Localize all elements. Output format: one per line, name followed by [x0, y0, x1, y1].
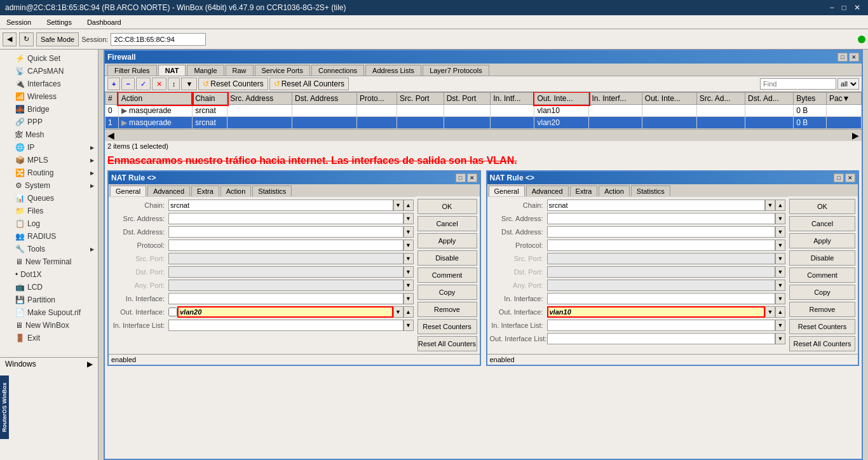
dst-port-dropdown-left[interactable]: ▼	[403, 266, 414, 278]
in-intf-dropdown-right[interactable]: ▼	[775, 293, 785, 304]
out-intf-checkbox-left[interactable]	[168, 306, 177, 318]
nat-left-reset-all-counters-btn[interactable]: Reset All Counters	[417, 336, 477, 351]
sidebar-item-exit[interactable]: 🚪 Exit	[0, 332, 98, 344]
menu-settings[interactable]: Settings	[43, 17, 76, 27]
chain-scroll-up-left[interactable]: ▲	[403, 200, 414, 211]
in-intf-list-dropdown-right[interactable]: ▼	[775, 320, 785, 331]
sidebar-item-mesh[interactable]: 🕸 Mesh	[0, 128, 98, 141]
tab-service-ports[interactable]: Service Ports	[255, 65, 310, 76]
src-addr-dropdown-left[interactable]: ▼	[403, 213, 414, 224]
nat-right-tab-statistics[interactable]: Statistics	[631, 186, 670, 196]
sidebar-item-capsman[interactable]: 📡 CAPsMAN	[0, 65, 98, 78]
nat-left-cancel-btn[interactable]: Cancel	[417, 216, 477, 231]
sidebar-item-new-terminal[interactable]: 🖥 New Terminal	[0, 255, 98, 268]
sidebar-item-ppp[interactable]: 🔗 PPP	[0, 116, 98, 128]
out-intf-input-right[interactable]	[547, 306, 766, 318]
any-port-input-left[interactable]	[168, 280, 403, 291]
nat-right-remove-btn[interactable]: Remove	[789, 302, 855, 317]
out-intf-list-dropdown-right[interactable]: ▼	[775, 333, 785, 344]
dst-port-input-right[interactable]	[547, 266, 776, 278]
sidebar-item-queues[interactable]: 📊 Queues	[0, 192, 98, 205]
menu-session[interactable]: Session	[3, 17, 35, 27]
sidebar-item-interfaces[interactable]: 🔌 Interfaces	[0, 78, 98, 90]
close-button[interactable]: ✕	[851, 3, 863, 12]
minimize-button[interactable]: −	[827, 3, 837, 12]
table-row[interactable]: 0 ▶ masquerade srcnat vlan10	[105, 105, 862, 117]
menu-dashboard[interactable]: Dashboard	[83, 17, 125, 27]
tab-mangle[interactable]: Mangle	[187, 65, 224, 76]
tab-layer7[interactable]: Layer7 Protocols	[423, 65, 489, 76]
sidebar-item-lcd[interactable]: 📺 LCD	[0, 281, 98, 294]
any-port-dropdown-left[interactable]: ▼	[403, 280, 414, 291]
src-port-dropdown-left[interactable]: ▼	[403, 253, 414, 264]
src-addr-input-right[interactable]	[547, 213, 776, 224]
sidebar-item-quick-set[interactable]: ⚡ Quick Set	[0, 52, 98, 65]
nat-left-maximize[interactable]: □	[456, 173, 466, 182]
sidebar-item-make-supout[interactable]: 📄 Make Supout.rif	[0, 306, 98, 319]
nat-right-reset-counters-btn[interactable]: Reset Counters	[789, 319, 855, 334]
dst-port-input-left[interactable]	[168, 266, 403, 278]
out-intf-dropdown-left[interactable]: ▼	[393, 306, 403, 318]
nat-right-tab-advanced[interactable]: Advanced	[526, 186, 569, 196]
find-select[interactable]: all	[837, 78, 859, 90]
chain-dropdown-left[interactable]: ▼	[393, 200, 403, 211]
out-intf-dropdown-right[interactable]: ▼	[765, 306, 775, 318]
fw-add-btn[interactable]: +	[107, 78, 120, 90]
sidebar-item-routing[interactable]: 🔀 Routing	[0, 166, 98, 179]
sidebar-item-system[interactable]: ⚙ System	[0, 179, 98, 192]
sidebar-item-wireless[interactable]: 📶 Wireless	[0, 90, 98, 103]
chain-scroll-up-right[interactable]: ▲	[775, 200, 785, 211]
sidebar-item-files[interactable]: 📁 Files	[0, 205, 98, 217]
protocol-input-left[interactable]	[168, 240, 403, 251]
nat-left-tab-action[interactable]: Action	[220, 186, 252, 196]
sidebar-item-log[interactable]: 📋 Log	[0, 217, 98, 230]
nat-right-maximize[interactable]: □	[834, 173, 844, 182]
sidebar-item-partition[interactable]: 💾 Partition	[0, 294, 98, 306]
nat-left-close[interactable]: ✕	[467, 173, 477, 182]
sidebar-item-new-winbox[interactable]: 🖥 New WinBox	[0, 319, 98, 332]
in-intf-list-dropdown-left[interactable]: ▼	[403, 320, 414, 331]
sidebar-item-bridge[interactable]: 🌉 Bridge	[0, 103, 98, 116]
scroll-right-btn[interactable]: ▶	[852, 130, 859, 140]
nat-left-comment-btn[interactable]: Comment	[417, 267, 477, 283]
tab-raw[interactable]: Raw	[226, 65, 254, 76]
tab-address-lists[interactable]: Address Lists	[365, 65, 421, 76]
dst-addr-input-left[interactable]	[168, 226, 403, 238]
fw-reset-all-counters-btn[interactable]: ↺ Reset All Counters	[269, 78, 349, 90]
out-intf-list-input-right[interactable]	[547, 333, 776, 344]
in-intf-dropdown-left[interactable]: ▼	[403, 293, 414, 304]
nat-right-close[interactable]: ✕	[845, 173, 855, 182]
nat-left-remove-btn[interactable]: Remove	[417, 302, 477, 317]
nat-left-apply-btn[interactable]: Apply	[417, 233, 477, 248]
firewall-close-btn[interactable]: ✕	[849, 53, 859, 62]
nat-right-copy-btn[interactable]: Copy	[789, 285, 855, 300]
chain-input-left[interactable]	[168, 200, 393, 211]
nat-right-cancel-btn[interactable]: Cancel	[789, 216, 855, 231]
firewall-maximize-btn[interactable]: □	[837, 53, 848, 62]
nat-left-tab-extra[interactable]: Extra	[191, 186, 219, 196]
out-intf-scroll-up-left[interactable]: ▲	[403, 306, 414, 318]
nat-left-ok-btn[interactable]: OK	[417, 199, 477, 214]
dst-addr-input-right[interactable]	[547, 226, 776, 238]
fw-reset-sort-btn[interactable]: ↕	[168, 78, 180, 90]
dst-addr-dropdown-right[interactable]: ▼	[775, 226, 785, 238]
nat-right-comment-btn[interactable]: Comment	[789, 267, 855, 283]
dst-port-dropdown-right[interactable]: ▼	[775, 266, 785, 278]
protocol-dropdown-left[interactable]: ▼	[403, 240, 414, 251]
sidebar-item-dot1x[interactable]: • Dot1X	[0, 268, 98, 281]
nat-left-copy-btn[interactable]: Copy	[417, 285, 477, 300]
nat-right-reset-all-counters-btn[interactable]: Reset All Counters	[789, 336, 855, 351]
fw-remove-btn[interactable]: −	[121, 78, 134, 90]
fw-filter-btn[interactable]: ▼	[181, 78, 197, 90]
nat-right-tab-extra[interactable]: Extra	[570, 186, 598, 196]
nat-left-disable-btn[interactable]: Disable	[417, 250, 477, 266]
scroll-left-btn[interactable]: ◀	[107, 130, 114, 140]
nat-left-reset-counters-btn[interactable]: Reset Counters	[417, 319, 477, 334]
nat-right-tab-action[interactable]: Action	[599, 186, 630, 196]
fw-enable-btn[interactable]: ✓	[136, 78, 151, 90]
protocol-dropdown-right[interactable]: ▼	[775, 240, 785, 251]
in-intf-list-input-right[interactable]	[547, 320, 776, 331]
dst-addr-dropdown-left[interactable]: ▼	[403, 226, 414, 238]
chain-input-right[interactable]	[547, 200, 766, 211]
out-intf-scroll-up-right[interactable]: ▲	[775, 306, 785, 318]
